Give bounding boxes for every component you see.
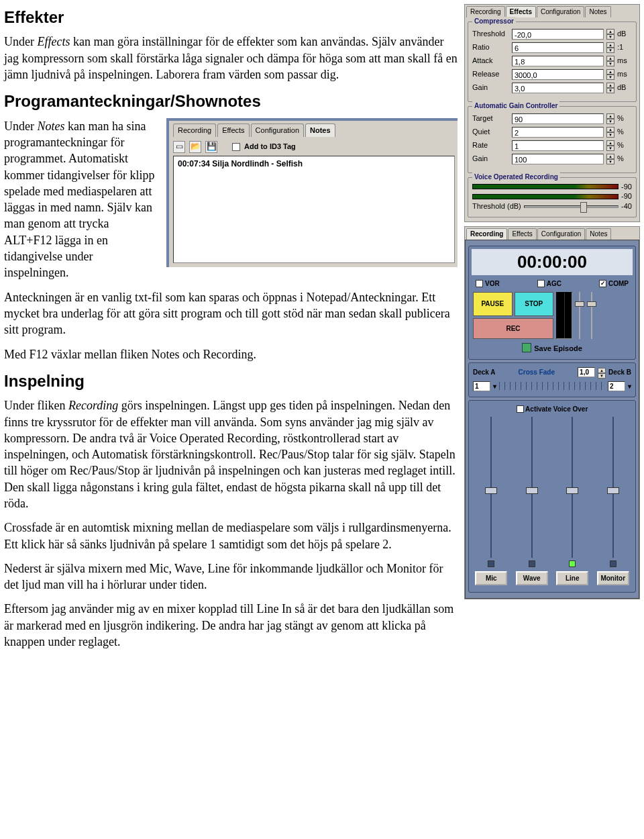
tab-recording[interactable]: Recording <box>173 124 216 137</box>
para-effekter: Under Effects kan man göra inställningar… <box>4 34 458 83</box>
ratio-input[interactable]: 6 <box>512 42 604 53</box>
para-f12: Med F12 växlar mellan fliken Notes och R… <box>4 346 458 362</box>
eff-tab-recording[interactable]: Recording <box>466 6 505 17</box>
target-input[interactable]: 90 <box>512 113 604 124</box>
wave-slider[interactable] <box>527 417 537 558</box>
vor-title: Voice Operated Recording <box>472 172 560 182</box>
ratio-spin[interactable]: ▲▼ <box>606 42 614 53</box>
eff-tab-notes[interactable]: Notes <box>585 6 610 17</box>
pause-button[interactable]: PAUSE <box>473 292 513 316</box>
release-spin[interactable]: ▲▼ <box>606 69 614 80</box>
activate-voiceover-label: Activate Voice Over <box>525 405 588 413</box>
deck-a-select[interactable]: 1 <box>473 381 490 392</box>
line-led <box>569 560 576 567</box>
comp-checkbox[interactable]: ✓ <box>599 280 606 287</box>
para-recording: Under fliken Recording görs inspelningen… <box>4 397 458 511</box>
vor-meter-l <box>472 184 619 189</box>
para-txtfile: Anteckningen är en vanlig txt-fil som ka… <box>4 289 458 338</box>
level-meter <box>556 292 572 339</box>
deck-b-select[interactable]: 2 <box>608 381 625 392</box>
vor-group: Voice Operated Recording -90 -90 Thresho… <box>468 177 637 218</box>
mic-button[interactable]: Mic <box>475 571 507 586</box>
agc-group: Automatic Gain Controller Target90▲▼% Qu… <box>468 106 637 173</box>
recording-timer: 00:00:00 <box>472 249 633 275</box>
add-to-id3-label: Add to ID3 Tag <box>244 142 296 152</box>
mic-slider[interactable] <box>486 417 496 558</box>
gain-input[interactable]: 3,0 <box>512 83 604 93</box>
deck-b-label: Deck B <box>608 368 631 377</box>
chevron-down-icon[interactable]: ▾ <box>628 382 631 391</box>
input-level-slider[interactable] <box>575 292 584 339</box>
notes-textarea[interactable]: 00:07:34 Silja Nordlindh - Selfish <box>173 156 455 263</box>
gain-spin[interactable]: ▲▼ <box>606 83 614 93</box>
effects-panel: Recording Effects Configuration Notes Co… <box>464 4 640 222</box>
rec-tab-configuration[interactable]: Configuration <box>537 228 585 240</box>
activate-voiceover-checkbox[interactable] <box>517 405 524 413</box>
notes-tabbar: Recording Effects Configuration Notes <box>173 124 455 137</box>
rec-tab-recording[interactable]: Recording <box>466 228 507 240</box>
rec-button[interactable]: REC <box>473 318 553 340</box>
crossfade-label: Cross Fade <box>498 368 576 377</box>
compressor-title: Compressor <box>472 17 516 26</box>
target-spin[interactable]: ▲▼ <box>606 113 614 124</box>
wave-led <box>529 560 535 567</box>
quiet-spin[interactable]: ▲▼ <box>606 127 614 138</box>
add-to-id3-checkbox[interactable] <box>232 143 240 151</box>
line-slider[interactable] <box>568 417 577 558</box>
deck-a-label: Deck A <box>473 368 496 377</box>
input-level-slider-2[interactable] <box>587 292 596 339</box>
open-icon[interactable]: 📂 <box>189 141 201 153</box>
rate-spin[interactable]: ▲▼ <box>606 140 614 151</box>
line-button[interactable]: Line <box>556 571 588 586</box>
stop-button[interactable]: STOP <box>515 292 554 316</box>
rate-input[interactable]: 1 <box>512 140 604 151</box>
vor-meter-r <box>472 194 619 199</box>
chevron-down-icon[interactable]: ▾ <box>493 382 496 391</box>
para-mixer: Nederst är själva mixern med Mic, Wave, … <box>4 560 458 593</box>
release-input[interactable]: 3000,0 <box>512 69 604 80</box>
crossfade-slider[interactable] <box>499 382 605 390</box>
agc-gain-spin[interactable]: ▲▼ <box>606 154 614 164</box>
crossfade-value[interactable]: 1,0 <box>578 367 595 378</box>
para-crossfade: Crossfade är en automtisk mixning mellan… <box>4 520 458 552</box>
eff-tab-effects[interactable]: Effects <box>506 6 536 17</box>
agc-title: Automatic Gain Controller <box>472 101 559 111</box>
new-icon[interactable]: ▭ <box>173 141 185 153</box>
para-notes-left: Under Notes kan man ha sina programantec… <box>4 118 158 281</box>
save-episode-button[interactable]: Save Episode <box>534 344 582 352</box>
crossfade-spin[interactable]: ▲▼ <box>598 368 606 377</box>
monitor-button[interactable]: Monitor <box>597 571 629 586</box>
vor-checkbox[interactable] <box>476 280 483 287</box>
para-linein: Eftersom jag använder mig av en mixer ko… <box>4 601 458 650</box>
rec-tab-effects[interactable]: Effects <box>508 228 536 240</box>
notes-panel: Recording Effects Configuration Notes ▭ … <box>166 118 458 267</box>
threshold-spin[interactable]: ▲▼ <box>606 29 614 40</box>
heading-inspelning: Inspelning <box>4 371 458 392</box>
vor-threshold-slider[interactable] <box>524 205 619 208</box>
monitor-slider[interactable] <box>608 417 618 558</box>
save-icon[interactable]: 💾 <box>205 141 217 153</box>
vor-threshold-label: Threshold (dB) <box>472 201 521 211</box>
heading-effekter: Effekter <box>4 7 458 28</box>
threshold-input[interactable]: -20,0 <box>512 29 604 40</box>
tab-effects[interactable]: Effects <box>217 124 249 137</box>
recording-panel: Recording Effects Configuration Notes 00… <box>464 226 640 599</box>
compressor-group: Compressor Threshold-20,0▲▼dB Ratio6▲▼:1… <box>468 21 637 102</box>
mic-led <box>488 560 494 567</box>
agc-gain-input[interactable]: 100 <box>512 154 604 164</box>
attack-input[interactable]: 1,8 <box>512 56 604 66</box>
agc-checkbox[interactable] <box>537 280 545 287</box>
quiet-input[interactable]: 2 <box>512 127 604 138</box>
wave-button[interactable]: Wave <box>516 571 548 586</box>
monitor-led <box>610 560 616 567</box>
tab-configuration[interactable]: Configuration <box>251 124 304 137</box>
eff-tab-configuration[interactable]: Configuration <box>537 6 584 17</box>
heading-shownotes: Programanteckningar/Shownotes <box>4 91 458 112</box>
disk-icon <box>522 343 531 352</box>
rec-tab-notes[interactable]: Notes <box>586 228 611 240</box>
tab-notes[interactable]: Notes <box>305 124 335 137</box>
attack-spin[interactable]: ▲▼ <box>606 56 614 66</box>
